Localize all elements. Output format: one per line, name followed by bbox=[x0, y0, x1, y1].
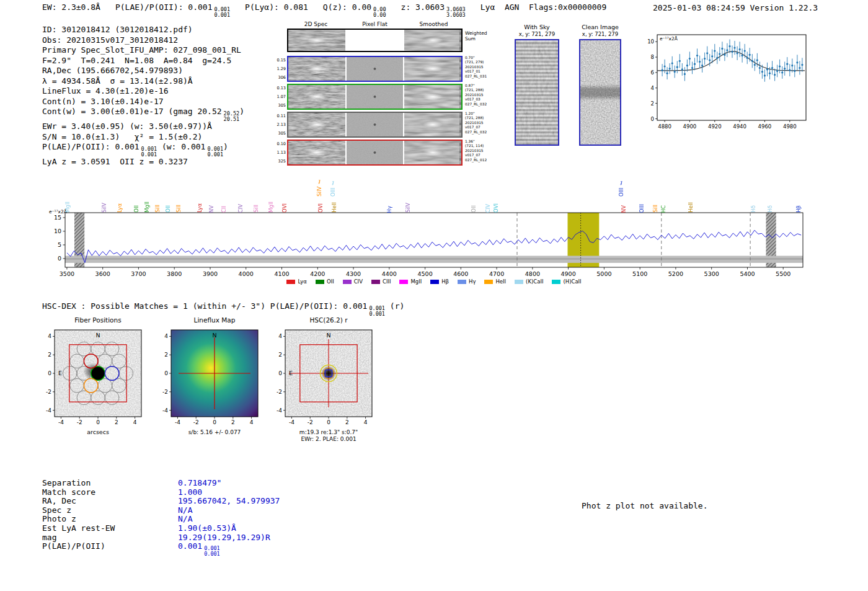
svg-text:2: 2 bbox=[115, 419, 118, 425]
fiber-annotation: 1.20"(721, 288)20210315v017_07027_RL_032 bbox=[465, 112, 494, 135]
elixer-report-page: EW: 2.3±0.8ÅP(LAE)/P(OII): 0.0010.0010.0… bbox=[0, 0, 868, 591]
match-table-label: Separation bbox=[42, 479, 178, 488]
svg-text:m:19.3 re:1.3" s:0.7": m:19.3 re:1.3" s:0.7" bbox=[299, 429, 358, 435]
legend-swatch bbox=[316, 280, 324, 284]
clean-image-band bbox=[580, 84, 620, 101]
svg-text:10: 10 bbox=[647, 38, 654, 45]
legend-item: (H)CaII bbox=[552, 278, 581, 285]
legend-label: CIII bbox=[383, 278, 391, 285]
stacked-value: 0.0010.001 bbox=[141, 146, 157, 157]
fiber-pixelflat-image bbox=[347, 57, 404, 81]
svg-text:E: E bbox=[289, 370, 293, 376]
match-table-row: Photo zN/A bbox=[42, 515, 280, 524]
legend-label: OII bbox=[327, 278, 334, 285]
weighted-smoothed-image bbox=[404, 30, 461, 51]
svg-text:2: 2 bbox=[278, 352, 282, 358]
match-table-row: P(LAE)/P(OII)0.0010.0010.001 bbox=[42, 542, 280, 556]
svg-text:5400: 5400 bbox=[740, 270, 755, 277]
legend-item: MgII bbox=[399, 278, 422, 285]
stacked-value: 0.0010.001 bbox=[207, 146, 223, 157]
svg-text:-2: -2 bbox=[77, 419, 82, 425]
svg-text:4960: 4960 bbox=[758, 123, 772, 130]
svg-text:4100: 4100 bbox=[274, 270, 289, 277]
svg-text:5: 5 bbox=[58, 241, 61, 248]
svg-text:s/b: 5.16 +/- 0.077: s/b: 5.16 +/- 0.077 bbox=[188, 429, 241, 435]
svg-text:4300: 4300 bbox=[346, 270, 361, 277]
noise-texture bbox=[516, 40, 559, 146]
spec2d-montage: 2D SpecPixel FlatSmoothedWeightedSum0.15… bbox=[277, 21, 495, 167]
svg-text:-4: -4 bbox=[162, 407, 168, 414]
svg-text:-2: -2 bbox=[193, 419, 199, 425]
fiber-pixelflat-image bbox=[347, 85, 404, 109]
cleanimage-panel: Clean Image x, y: 721, 279 bbox=[574, 24, 626, 146]
fiber-annotation: 0.87"(721, 288)20210315v017_03027_RL_032 bbox=[465, 84, 494, 107]
svg-text:8: 8 bbox=[651, 54, 654, 60]
legend-swatch bbox=[458, 280, 466, 284]
svg-text:6: 6 bbox=[651, 69, 654, 76]
svg-text:4: 4 bbox=[278, 333, 282, 339]
svg-text:3700: 3700 bbox=[131, 270, 146, 277]
svg-text:-2: -2 bbox=[46, 389, 51, 395]
report-datetime: 2025-01-03 08:24:59 Version 1.22.3 bbox=[653, 3, 818, 12]
info-line: Cont(n) = 3.10(±0.14)e-17 bbox=[42, 97, 244, 107]
svg-text:0: 0 bbox=[164, 370, 168, 376]
fiber-weights: 0.112.13305 bbox=[277, 112, 286, 138]
fiber-weights: 0.101.13325 bbox=[277, 140, 286, 166]
fiber-weights: 0.131.07305 bbox=[277, 84, 286, 110]
match-table-value: 19.29(19.29,19.29)R bbox=[178, 533, 270, 543]
fiber-smoothed-image bbox=[404, 141, 461, 164]
legend-label: (K)CaII bbox=[526, 278, 543, 285]
svg-text:5000: 5000 bbox=[596, 270, 611, 277]
fiber-pixelflat-image bbox=[347, 113, 404, 136]
svg-text:4: 4 bbox=[164, 333, 168, 339]
svg-text:3900: 3900 bbox=[203, 270, 218, 277]
legend-swatch bbox=[399, 280, 408, 284]
fiber-2dspec-image bbox=[288, 141, 345, 164]
info-line: LyA z = 3.0591 OII z = 0.3237 bbox=[42, 157, 244, 167]
svg-text:EWr: 2. PLAE: 0.001: EWr: 2. PLAE: 0.001 bbox=[301, 436, 356, 442]
match-table-value: 195.667042, 54.979937 bbox=[178, 497, 280, 506]
legend-item: CIV bbox=[343, 278, 363, 285]
lineflux-map-figure: Lineflux MapN-4-4-2-2002244s/b: 5.16 +/-… bbox=[153, 316, 265, 445]
legend-swatch bbox=[343, 280, 352, 284]
noise-texture bbox=[347, 85, 404, 109]
svg-text:-2: -2 bbox=[277, 389, 282, 395]
svg-text:4900: 4900 bbox=[561, 270, 576, 277]
fiber-annotation: 0.70"(721, 279)20210315v017_01027_RL_031 bbox=[465, 56, 494, 79]
stacked-value: 0.0010.001 bbox=[369, 306, 385, 316]
stacked-value: 20.5220.51 bbox=[224, 111, 240, 122]
summary-stat: P(LAE)/P(OII): 0.0010.0010.001 bbox=[115, 2, 230, 17]
fiber-weights: 0.151.29306 bbox=[277, 56, 286, 82]
svg-text:e⁻¹⁷x2Å: e⁻¹⁷x2Å bbox=[49, 209, 68, 215]
fiber-pixelflat-image bbox=[347, 141, 404, 164]
legend-item: OII bbox=[316, 278, 334, 285]
withsky-panel: With Sky x, y: 721, 279 bbox=[511, 24, 563, 146]
info-line: λ = 4934.58Å σ = 13.14(±2.98)Å bbox=[42, 76, 244, 87]
match-table-value: N/A bbox=[178, 506, 192, 515]
info-line: LineFlux = 4.30(±1.20)e-16 bbox=[42, 86, 244, 97]
svg-text:N: N bbox=[326, 332, 330, 339]
match-table-label: mag bbox=[42, 533, 178, 543]
legend-item: Hβ bbox=[430, 278, 449, 285]
svg-text:0: 0 bbox=[96, 419, 100, 425]
match-table-label: Match score bbox=[42, 488, 178, 497]
weighted-sum-row bbox=[287, 29, 463, 52]
match-table-row: mag19.29(19.29,19.29)R bbox=[42, 533, 280, 543]
svg-text:4: 4 bbox=[133, 419, 137, 425]
match-table-row: RA, Dec195.667042, 54.979937 bbox=[42, 497, 280, 506]
svg-text:4500: 4500 bbox=[418, 270, 433, 277]
svg-text:2: 2 bbox=[651, 100, 654, 107]
match-table-value: N/A bbox=[178, 515, 192, 524]
montage-col-header: 2D Spec bbox=[287, 21, 345, 27]
match-table-value: 0.718479" bbox=[178, 479, 221, 488]
svg-text:-4: -4 bbox=[175, 419, 180, 425]
info-line: EWr = 3.40(±0.95) (w: 3.50(±0.97))Å bbox=[42, 122, 244, 132]
info-line: Obs: 20210315v017_3012018412 bbox=[42, 35, 244, 46]
fiber-2d-row bbox=[287, 140, 463, 166]
fiber-2dspec-image bbox=[288, 113, 345, 136]
fiber-smoothed-image bbox=[404, 85, 461, 109]
svg-text:3600: 3600 bbox=[95, 270, 110, 277]
spectrum-svg: 3500360037003800390040004100420043004400… bbox=[48, 207, 811, 285]
cleanimage-image bbox=[579, 39, 621, 146]
hsc-cutout-plot: HSC(26.2) rNE-4-4-2-2002244m:19.3 re:1.3… bbox=[267, 316, 379, 445]
